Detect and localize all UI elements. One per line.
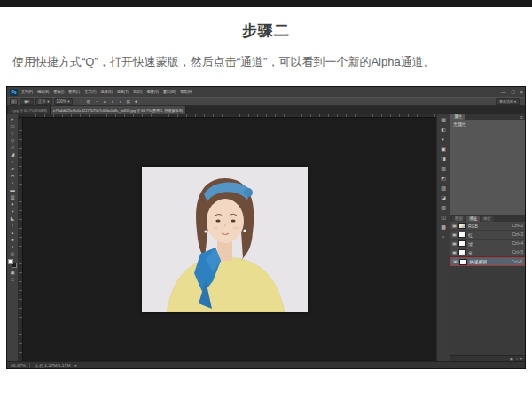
- channel-row[interactable]: 快速蒙版 Ctrl+6: [450, 257, 525, 266]
- history-panel-icon[interactable]: ▤: [441, 115, 446, 125]
- visibility-eye-icon[interactable]: [452, 233, 457, 237]
- menu-item[interactable]: 编辑(E): [36, 87, 50, 97]
- visibility-eye-icon[interactable]: [452, 242, 457, 246]
- zoom-tool-icon[interactable]: ◎: [7, 250, 18, 257]
- channel-thumbnail[interactable]: [458, 249, 466, 255]
- visibility-eye-icon[interactable]: [452, 251, 457, 255]
- gradient-tool-icon[interactable]: ▥: [7, 193, 18, 200]
- menu-item[interactable]: 文件(F): [20, 87, 34, 97]
- panel-tab[interactable]: 图层: [452, 216, 466, 222]
- channel-row[interactable]: 绿 Ctrl+4: [450, 240, 525, 248]
- canvas-area[interactable]: [19, 114, 436, 361]
- adjustments-panel-icon[interactable]: ◐: [442, 135, 445, 145]
- marquee-tool-icon[interactable]: ▭: [7, 122, 18, 130]
- photoshop-logo-icon: Ps: [10, 89, 18, 96]
- panel-tab[interactable]: 通道: [466, 216, 480, 222]
- brush-panel-toggle-icon[interactable]: ▤: [126, 99, 131, 104]
- channels-tab-bar: 图层通道路径: [450, 215, 525, 222]
- swatches-panel-icon[interactable]: ▥: [441, 164, 446, 174]
- visibility-eye-icon[interactable]: [453, 260, 458, 263]
- visibility-eye-icon[interactable]: [452, 224, 457, 228]
- shape-tool-icon[interactable]: ■: [7, 236, 18, 243]
- eyedropper-tool-icon[interactable]: ◢: [7, 151, 18, 158]
- styles-panel-icon[interactable]: ▣: [441, 145, 446, 154]
- character-panel-icon[interactable]: ▧: [441, 203, 446, 213]
- flow-icon[interactable]: ◍: [86, 99, 91, 104]
- channel-shortcut: Ctrl+3: [512, 232, 523, 237]
- screen-mode-icon[interactable]: □: [7, 276, 18, 283]
- quick-selection-tool-icon[interactable]: ◇: [7, 137, 18, 144]
- lasso-tool-icon[interactable]: ○: [7, 130, 18, 137]
- workspace-switcher[interactable]: 基本功能 ▾: [496, 98, 520, 105]
- menu-item[interactable]: 帮助(H): [179, 87, 193, 97]
- menu-item[interactable]: 图像(I): [52, 87, 65, 97]
- channel-row[interactable]: 蓝 Ctrl+5: [450, 248, 525, 257]
- angle-icon[interactable]: ◗: [118, 99, 123, 104]
- zoom-level-field[interactable]: 66.67%: [11, 363, 30, 368]
- brush-tool-icon[interactable]: ▰: [7, 165, 18, 172]
- channel-row[interactable]: RGB Ctrl+2: [450, 222, 525, 231]
- smoothing-icon[interactable]: ◖: [110, 99, 115, 104]
- menu-item[interactable]: 选择(S): [99, 87, 113, 97]
- portrait-photo: [142, 167, 308, 312]
- document-tab[interactable]: e79a6db25cf9a5c32272075b7c66ba5a8c_fw658…: [51, 106, 186, 114]
- menu-item[interactable]: 3D(D): [132, 87, 144, 97]
- channel-thumbnail[interactable]: [458, 232, 466, 238]
- brush-preset-picker[interactable]: ◉▾: [20, 98, 34, 105]
- maximize-icon[interactable]: □: [512, 90, 515, 95]
- hand-tool-icon[interactable]: ◖: [7, 243, 18, 250]
- notes-panel-icon[interactable]: ▫: [442, 232, 444, 242]
- color-swatches[interactable]: [8, 259, 17, 268]
- menu-item[interactable]: 窗口(W): [162, 87, 176, 97]
- history-brush-tool-icon[interactable]: ◔: [7, 179, 18, 186]
- mode-dropdown[interactable]: 正常 ▾: [35, 98, 52, 105]
- properties-panel-icon[interactable]: ◧: [441, 125, 446, 135]
- airbrush-icon[interactable]: ◌: [78, 99, 83, 104]
- load-selection-icon[interactable]: ◌: [505, 357, 507, 361]
- eraser-tool-icon[interactable]: ▬: [7, 186, 18, 193]
- panel-tab[interactable]: 路径: [481, 216, 494, 222]
- info-panel-icon[interactable]: ◩: [441, 174, 446, 184]
- symmetry-icon[interactable]: ◈: [134, 99, 139, 104]
- menu-item[interactable]: 视图(V): [146, 87, 160, 97]
- channel-name: 快速蒙版: [469, 259, 487, 264]
- channel-name: 绿: [468, 241, 473, 247]
- tab-properties[interactable]: 属性: [450, 114, 466, 120]
- status-options-arrow-icon[interactable]: ▸: [75, 363, 78, 368]
- current-tool-icon[interactable]: ◐: [10, 98, 18, 105]
- color-panel-icon[interactable]: ◨: [441, 154, 446, 164]
- document-tab[interactable]: 1.jpg @ 66.7%(RGB/8): [8, 106, 51, 114]
- move-tool-icon[interactable]: ▸: [7, 115, 18, 122]
- channel-thumbnail[interactable]: [459, 259, 467, 265]
- type-tool-icon[interactable]: T: [7, 222, 18, 229]
- minimize-icon[interactable]: —: [501, 90, 506, 95]
- clone-source-panel-icon[interactable]: ◪: [441, 193, 446, 203]
- close-icon[interactable]: ×: [520, 90, 523, 95]
- spot-healing-tool-icon[interactable]: ◐: [7, 158, 18, 165]
- paragraph-panel-icon[interactable]: ◫: [441, 213, 446, 223]
- menu-item[interactable]: 图层(L): [67, 87, 81, 97]
- channel-thumbnail[interactable]: [458, 240, 466, 247]
- menu-item[interactable]: 文字(Y): [83, 87, 97, 97]
- new-channel-icon[interactable]: ▫: [516, 357, 518, 361]
- crop-tool-icon[interactable]: ▱: [7, 144, 18, 151]
- blur-tool-icon[interactable]: ●: [7, 200, 18, 208]
- clone-stamp-tool-icon[interactable]: ◘: [7, 172, 18, 179]
- path-selection-tool-icon[interactable]: ▴: [7, 229, 18, 236]
- channel-row[interactable]: 红 Ctrl+3: [450, 231, 525, 240]
- timeline-panel-icon[interactable]: ▩: [441, 223, 446, 232]
- tablet-size-icon[interactable]: ◕: [102, 99, 107, 104]
- navigator-panel-icon[interactable]: ▨: [441, 184, 446, 193]
- panel-menu-icon[interactable]: ≡: [520, 114, 523, 120]
- channel-thumbnail[interactable]: [458, 223, 466, 229]
- quick-mask-mode-icon[interactable]: ▣: [7, 269, 18, 276]
- foreground-color-swatch[interactable]: [8, 259, 13, 264]
- delete-channel-icon[interactable]: ▾: [520, 357, 522, 361]
- opacity-dropdown[interactable]: 100% ▾: [54, 98, 73, 105]
- save-selection-icon[interactable]: ▣: [510, 357, 513, 361]
- pen-tool-icon[interactable]: ◣: [7, 215, 18, 222]
- pressure-opacity-icon[interactable]: ◔: [94, 99, 99, 104]
- dodge-tool-icon[interactable]: ◑: [7, 208, 18, 215]
- menu-item[interactable]: 滤镜(T): [116, 87, 129, 97]
- menu-items: 文件(F)编辑(E)图像(I)图层(L)文字(Y)选择(S)滤镜(T)3D(D)…: [20, 87, 193, 97]
